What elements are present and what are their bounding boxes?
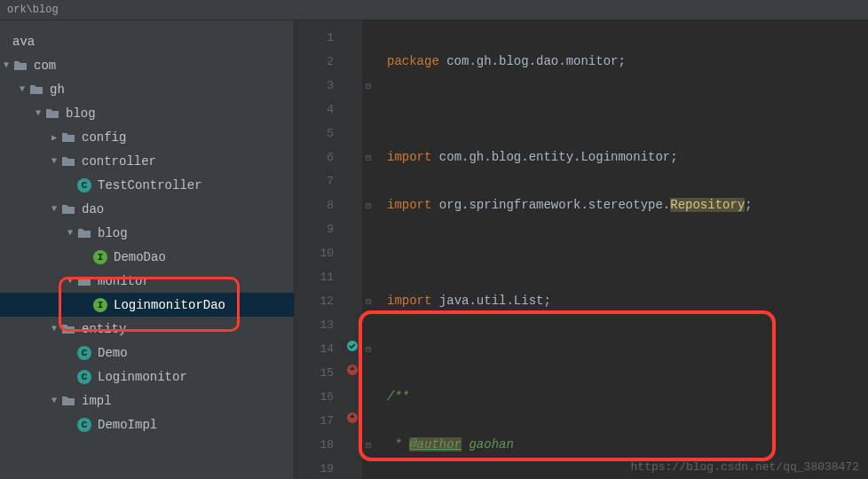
tree-label: entity (82, 322, 126, 336)
line-gutter: 1 2 3 4 5 6 7 8 9 10 11 12 13 14 15 16 1… (295, 20, 343, 479)
tree-item-com[interactable]: ▼ com (0, 53, 294, 77)
tree-label: ava (12, 35, 35, 49)
chevron-down-icon[interactable]: ▼ (48, 203, 60, 216)
line-number: 2 (295, 50, 334, 74)
folder-icon (60, 153, 76, 169)
interface-icon: I (92, 249, 108, 265)
tree-label: gh (50, 82, 65, 97)
line-number: 15 (295, 361, 334, 385)
tree-item-loginmonitordao[interactable]: I LoginmonitorDao (0, 293, 294, 317)
tree-label: com (34, 59, 56, 73)
chevron-down-icon[interactable]: ▼ (64, 227, 76, 240)
line-number: 14 (295, 337, 334, 361)
fold-end-icon[interactable]: ⊟ (362, 289, 375, 313)
folder-icon (76, 273, 92, 289)
project-tree[interactable]: ava ▼ com ▼ gh ▼ blog ▶ config (0, 20, 295, 479)
chevron-down-icon[interactable]: ▼ (48, 323, 60, 335)
code-line (387, 337, 868, 361)
chevron-icon (0, 35, 12, 48)
watermark: https://blog.csdn.net/qq_38038472 (631, 460, 859, 474)
line-number: 12 (295, 289, 334, 313)
folder-icon (60, 321, 76, 337)
code-line: /** (387, 385, 868, 409)
folder-icon (44, 106, 60, 122)
fold-start-icon[interactable]: ⊟ (362, 337, 375, 361)
folder-icon (76, 225, 92, 241)
line-number: 16 (295, 385, 334, 409)
line-number: 4 (295, 98, 334, 122)
code-editor[interactable]: 1 2 3 4 5 6 7 8 9 10 11 12 13 14 15 16 1… (295, 20, 868, 479)
folder-icon (28, 82, 44, 98)
chevron-down-icon[interactable]: ▼ (32, 107, 44, 120)
class-icon: C (76, 417, 92, 433)
tree-item-monitor[interactable]: ▼ monitor (0, 269, 294, 293)
class-icon: C (76, 177, 92, 193)
code-area[interactable]: package com.gh.blog.dao.monitor; import … (375, 20, 868, 479)
tree-item-ava[interactable]: ava (0, 29, 294, 53)
fold-start-icon[interactable]: ⊟ (362, 193, 375, 217)
nav-gutter-icon[interactable] (346, 409, 359, 433)
line-number: 9 (295, 217, 334, 241)
tree-item-impl[interactable]: ▼ impl (0, 389, 294, 412)
tree-item-dao-blog[interactable]: ▼ blog (0, 221, 294, 245)
chevron-down-icon[interactable]: ▼ (64, 275, 76, 287)
tree-item-blog[interactable]: ▼ blog (0, 101, 294, 125)
tree-item-config[interactable]: ▶ config (0, 125, 294, 149)
line-number: 10 (295, 241, 334, 265)
code-line: * @author gaohan (387, 433, 868, 457)
chevron-down-icon[interactable]: ▼ (16, 83, 28, 96)
line-number: 1 (295, 26, 334, 50)
breadcrumb: ork\blog (0, 0, 868, 20)
chevron-down-icon[interactable]: ▼ (48, 155, 60, 168)
tree-label: Loginmonitor (98, 370, 187, 384)
tree-label: DemoImpl (98, 418, 157, 432)
class-icon: C (76, 369, 92, 385)
tree-label: impl (82, 394, 112, 408)
line-number: 19 (295, 457, 334, 479)
tree-label: TestController (98, 178, 202, 192)
tree-label: monitor (98, 274, 150, 288)
fold-end-icon[interactable]: ⊟ (362, 433, 375, 457)
tree-item-demo[interactable]: C Demo (0, 341, 294, 365)
chevron-down-icon[interactable]: ▼ (48, 395, 60, 407)
fold-column: ⊟ ⊟ ⊟ ⊟ ⊟ ⊟ (362, 20, 375, 479)
line-number: 6 (295, 145, 334, 169)
fold-end-icon[interactable]: ⊟ (362, 145, 375, 169)
tree-item-loginmonitor[interactable]: C Loginmonitor (0, 365, 294, 389)
tree-item-entity[interactable]: ▼ entity (0, 317, 294, 341)
line-number: 13 (295, 313, 334, 337)
impl-gutter-icon[interactable] (346, 337, 359, 361)
tree-label: config (82, 130, 126, 145)
line-number: 7 (295, 169, 334, 193)
tree-label: controller (82, 154, 156, 169)
nav-gutter-icon[interactable] (346, 361, 359, 385)
line-number: 18 (295, 433, 334, 457)
tree-item-controller[interactable]: ▼ controller (0, 149, 294, 173)
code-line: import java.util.List; (387, 289, 868, 313)
chevron-right-icon[interactable]: ▶ (48, 131, 60, 144)
tree-label: LoginmonitorDao (114, 298, 225, 312)
gutter-icons (343, 20, 362, 479)
line-number: 8 (295, 193, 334, 217)
line-number: 5 (295, 122, 334, 145)
folder-icon (60, 201, 76, 217)
folder-icon (12, 58, 28, 74)
code-line: import org.springframework.stereotype.Re… (387, 193, 868, 217)
tree-item-gh[interactable]: ▼ gh (0, 77, 294, 101)
chevron-down-icon[interactable]: ▼ (0, 59, 12, 72)
tree-item-dao[interactable]: ▼ dao (0, 197, 294, 221)
tree-item-demoimpl[interactable]: C DemoImpl (0, 412, 294, 436)
tree-label: Demo (98, 346, 128, 360)
tree-item-demodao[interactable]: I DemoDao (0, 245, 294, 269)
tree-label: blog (66, 106, 96, 121)
fold-start-icon[interactable]: ⊟ (362, 74, 375, 98)
class-icon: C (76, 345, 92, 361)
line-number: 11 (295, 265, 334, 289)
line-number: 17 (295, 409, 334, 433)
tree-label: blog (98, 226, 128, 240)
code-line: import com.gh.blog.entity.Loginmonitor; (387, 145, 868, 169)
folder-icon (60, 130, 76, 145)
tree-item-testcontroller[interactable]: C TestController (0, 173, 294, 197)
interface-icon: I (92, 297, 108, 313)
main: ava ▼ com ▼ gh ▼ blog ▶ config (0, 20, 868, 479)
